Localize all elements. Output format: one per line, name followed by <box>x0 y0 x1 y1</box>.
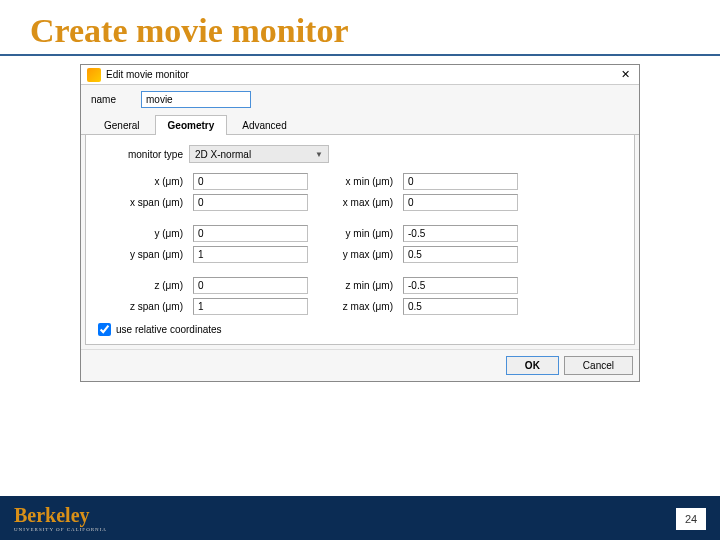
tab-general[interactable]: General <box>91 115 153 135</box>
close-icon[interactable]: ✕ <box>617 67 633 83</box>
tab-content-geometry: monitor type 2D X-normal ▼ x (μm) x min … <box>85 135 635 345</box>
monitor-type-dropdown[interactable]: 2D X-normal ▼ <box>189 145 329 163</box>
zmin-input[interactable] <box>403 277 518 294</box>
relative-coords-label: use relative coordinates <box>116 324 222 335</box>
ymin-input[interactable] <box>403 225 518 242</box>
coord-grid-y: y (μm) y min (μm) y span (μm) y max (μm) <box>98 225 622 263</box>
zmax-label: z max (μm) <box>318 298 393 315</box>
zmin-label: z min (μm) <box>318 277 393 294</box>
name-label: name <box>91 94 141 105</box>
slide-title: Create movie monitor <box>0 0 720 56</box>
yspan-label: y span (μm) <box>98 246 183 263</box>
dialog-title: Edit movie monitor <box>106 69 617 80</box>
coord-grid-x: x (μm) x min (μm) x span (μm) x max (μm) <box>98 173 622 211</box>
xmax-input[interactable] <box>403 194 518 211</box>
x-label: x (μm) <box>98 173 183 190</box>
footer-bar: Berkeley UNIVERSITY OF CALIFORNIA 24 <box>0 496 720 540</box>
dialog-edit-movie-monitor: Edit movie monitor ✕ name General Geomet… <box>80 64 640 382</box>
y-input[interactable] <box>193 225 308 242</box>
relative-coords-row: use relative coordinates <box>98 323 622 336</box>
cancel-button[interactable]: Cancel <box>564 356 633 375</box>
ymax-input[interactable] <box>403 246 518 263</box>
app-icon <box>87 68 101 82</box>
tab-advanced[interactable]: Advanced <box>229 115 299 135</box>
z-input[interactable] <box>193 277 308 294</box>
xspan-input[interactable] <box>193 194 308 211</box>
z-label: z (μm) <box>98 277 183 294</box>
chevron-down-icon: ▼ <box>315 150 323 159</box>
monitor-type-row: monitor type 2D X-normal ▼ <box>98 145 622 163</box>
coord-grid-z: z (μm) z min (μm) z span (μm) z max (μm) <box>98 277 622 315</box>
logo-text: Berkeley <box>14 505 107 525</box>
zspan-input[interactable] <box>193 298 308 315</box>
y-label: y (μm) <box>98 225 183 242</box>
dialog-footer: OK Cancel <box>81 349 639 381</box>
ymax-label: y max (μm) <box>318 246 393 263</box>
xspan-label: x span (μm) <box>98 194 183 211</box>
monitor-type-label: monitor type <box>98 149 183 160</box>
xmin-label: x min (μm) <box>318 173 393 190</box>
zmax-input[interactable] <box>403 298 518 315</box>
ok-button[interactable]: OK <box>506 356 559 375</box>
x-input[interactable] <box>193 173 308 190</box>
dialog-body: name General Geometry Advanced monitor t… <box>81 85 639 345</box>
ymin-label: y min (μm) <box>318 225 393 242</box>
name-row: name <box>81 85 639 114</box>
zspan-label: z span (μm) <box>98 298 183 315</box>
xmax-label: x max (μm) <box>318 194 393 211</box>
tabs: General Geometry Advanced <box>81 114 639 135</box>
yspan-input[interactable] <box>193 246 308 263</box>
logo-subtext: UNIVERSITY OF CALIFORNIA <box>14 527 107 532</box>
monitor-type-value: 2D X-normal <box>195 149 251 160</box>
berkeley-logo: Berkeley UNIVERSITY OF CALIFORNIA <box>14 505 107 532</box>
tab-geometry[interactable]: Geometry <box>155 115 228 135</box>
page-number: 24 <box>676 508 706 530</box>
dialog-titlebar: Edit movie monitor ✕ <box>81 65 639 85</box>
relative-coords-checkbox[interactable] <box>98 323 111 336</box>
xmin-input[interactable] <box>403 173 518 190</box>
name-input[interactable] <box>141 91 251 108</box>
